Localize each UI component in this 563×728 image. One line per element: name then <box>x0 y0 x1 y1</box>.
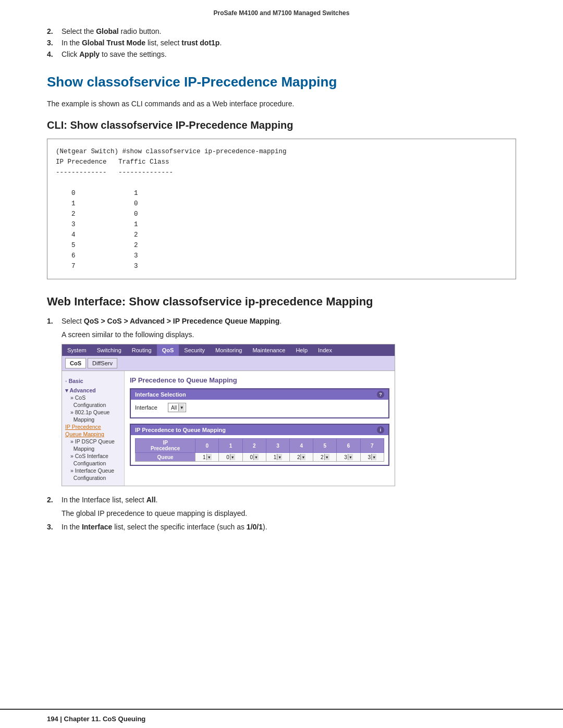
queue-4-arrow[interactable]: ▼ <box>300 454 305 460</box>
ip-precedence-table: IPPrecedence 0 1 2 3 4 5 6 <box>135 438 384 462</box>
intro-list: 2. Select the Global radio button. 3. In… <box>47 27 516 58</box>
interface-selection-box: Interface Selection ? Interface All ▼ <box>130 388 389 418</box>
header-title: ProSafe M4100 and M7100 Managed Switches <box>214 9 350 17</box>
nav-switching[interactable]: Switching <box>92 344 127 356</box>
web-title: Web Interface: Show classofservice ip-pr… <box>47 295 516 309</box>
sidebar-dscp-mapping[interactable]: Mapping <box>65 445 121 452</box>
interface-select-value: All <box>169 405 178 411</box>
sidebar-queue-mapping[interactable]: Queue Mapping <box>65 430 121 438</box>
interface-selection-label: Interface Selection <box>135 391 186 398</box>
nav-qos[interactable]: QoS <box>157 344 179 356</box>
web-steps-list: 1. Select QoS > CoS > Advanced > IP Prec… <box>47 317 516 531</box>
sidebar-cos-iface-config[interactable]: Configuartion <box>65 460 121 467</box>
cli-sub-title: CLI: Show classofservice IP-Precedence M… <box>47 119 516 131</box>
cli-code: (Netgear Switch) #show classofservice ip… <box>56 148 287 270</box>
interface-selection-header: Interface Selection ? <box>131 389 388 400</box>
queue-3-arrow[interactable]: ▼ <box>277 454 282 460</box>
intro-step-2: 2. Select the Global radio button. <box>47 27 516 35</box>
queue-7-arrow[interactable]: ▼ <box>371 454 376 460</box>
col-3: 3 <box>266 439 289 453</box>
ip-mapping-body: IPPrecedence 0 1 2 3 4 5 6 <box>131 435 388 465</box>
footer-text: 194 | Chapter 11. CoS Queuing <box>47 715 145 723</box>
web-step-1: 1. Select QoS > CoS > Advanced > IP Prec… <box>47 317 516 325</box>
interface-select-arrow[interactable]: ▼ <box>178 404 185 411</box>
col-6: 6 <box>337 439 360 453</box>
sidebar-dscp[interactable]: » IP DSCP Queue <box>65 438 121 445</box>
ss-main: IP Precedence to Queue Mapping Interface… <box>125 371 395 486</box>
queue-val-3: 1 ▼ <box>266 453 289 462</box>
sidebar-iface-config[interactable]: Configuration <box>65 474 121 482</box>
web-screenshot: System Switching Routing QoS Security Mo… <box>62 344 395 486</box>
sidebar-advanced[interactable]: ▾ Advanced <box>65 387 121 394</box>
cli-code-block: (Netgear Switch) #show classofservice ip… <box>47 139 516 279</box>
nav-routing[interactable]: Routing <box>127 344 157 356</box>
nav-help[interactable]: Help <box>290 344 313 356</box>
interface-select[interactable]: All ▼ <box>168 403 186 412</box>
web-step-2: 2. In the Interface list, select All. <box>47 496 516 504</box>
queue-1-arrow[interactable]: ▼ <box>230 454 235 460</box>
queue-5-arrow[interactable]: ▼ <box>324 454 329 460</box>
subnav-bar: CoS DiffServ <box>62 356 395 371</box>
nav-system[interactable]: System <box>62 344 92 356</box>
nav-maintenance[interactable]: Maintenance <box>247 344 290 356</box>
queue-val-5: 2 ▼ <box>313 453 337 462</box>
ip-mapping-header: IP Precedence to Queue Mapping i <box>131 425 388 435</box>
queue-val-1: 0 ▼ <box>219 453 242 462</box>
section-title: Show classofservice IP-Precedence Mappin… <box>47 74 516 90</box>
sidebar-basic[interactable]: ◦ Basic <box>65 377 121 385</box>
interface-field-row: Interface All ▼ <box>135 403 384 412</box>
queue-row-label: Queue <box>136 453 195 462</box>
subnav-cos[interactable]: CoS <box>65 358 86 368</box>
queue-val-6: 3 ▼ <box>337 453 360 462</box>
web-step-3: 3. In the Interface list, select the spe… <box>47 523 516 531</box>
nav-security[interactable]: Security <box>179 344 210 356</box>
interface-selection-body: Interface All ▼ <box>131 400 388 417</box>
page-container: ProSafe M4100 and M7100 Managed Switches… <box>0 0 563 728</box>
sidebar-iface-queue[interactable]: » Interface Queue <box>65 467 121 474</box>
col-1: 1 <box>219 439 242 453</box>
sidebar-8021p[interactable]: » 802.1p Queue <box>65 409 121 416</box>
col-7: 7 <box>360 439 384 453</box>
ss-body: ◦ Basic ▾ Advanced » CoS Configuration »… <box>62 371 395 486</box>
queue-val-0: 1 ▼ <box>195 453 219 462</box>
sidebar-ip-prec[interactable]: IP Precedence <box>65 423 121 430</box>
queue-2-arrow[interactable]: ▼ <box>253 454 259 460</box>
queue-val-2: 0 ▼ <box>242 453 266 462</box>
nav-bar: System Switching Routing QoS Security Mo… <box>62 344 395 356</box>
interface-selection-info-icon[interactable]: ? <box>377 391 384 398</box>
nav-index[interactable]: Index <box>313 344 337 356</box>
ss-sidebar: ◦ Basic ▾ Advanced » CoS Configuration »… <box>62 371 125 486</box>
sidebar-8021p-mapping[interactable]: Mapping <box>65 416 121 423</box>
section-desc: The example is shown as CLI commands and… <box>47 100 516 108</box>
col-5: 5 <box>313 439 337 453</box>
queue-val-4: 2 ▼ <box>290 453 313 462</box>
queue-row: Queue 1 ▼ <box>136 453 384 462</box>
sidebar-cos-iface[interactable]: » CoS Interface <box>65 452 121 460</box>
main-content: 2. Select the Global radio button. 3. In… <box>0 17 563 709</box>
col-0: 0 <box>195 439 219 453</box>
col-label: IPPrecedence <box>136 439 195 453</box>
queue-0-arrow[interactable]: ▼ <box>206 454 212 460</box>
page-footer: 194 | Chapter 11. CoS Queuing <box>0 709 563 728</box>
queue-val-7: 3 ▼ <box>360 453 384 462</box>
intro-step-4: 4. Click Apply to save the settings. <box>47 50 516 58</box>
nav-monitoring[interactable]: Monitoring <box>210 344 247 356</box>
subnav-diffserv[interactable]: DiffServ <box>88 358 117 368</box>
interface-label: Interface <box>135 404 164 411</box>
col-4: 4 <box>290 439 313 453</box>
ip-mapping-header-label: IP Precedence to Queue Mapping <box>135 427 226 433</box>
sidebar-cos[interactable]: » CoS <box>65 394 121 401</box>
intro-step-3: 3. In the Global Trust Mode list, select… <box>47 39 516 47</box>
queue-6-arrow[interactable]: ▼ <box>348 454 353 460</box>
ip-mapping-box: IP Precedence to Queue Mapping i IPPrece… <box>130 424 389 466</box>
sidebar-cos-config[interactable]: Configuration <box>65 401 121 409</box>
ip-mapping-info-icon[interactable]: i <box>377 426 384 434</box>
step-1-desc: A screen similar to the following displa… <box>47 330 516 339</box>
step-2-desc: The global IP precedence to queue mappin… <box>47 509 516 517</box>
ss-main-title: IP Precedence to Queue Mapping <box>130 376 389 384</box>
page-header: ProSafe M4100 and M7100 Managed Switches <box>0 0 563 17</box>
col-2: 2 <box>242 439 266 453</box>
